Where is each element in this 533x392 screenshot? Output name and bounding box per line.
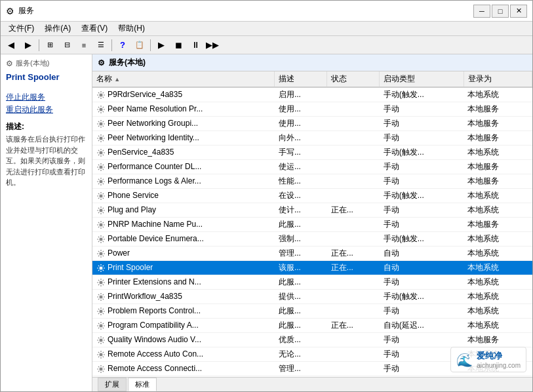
table-row[interactable]: Performance Counter DL...使运...手动本地服务 (92, 160, 532, 174)
view-large-button[interactable]: ⊞ (42, 38, 58, 52)
col-status[interactable]: 状态 (327, 71, 380, 87)
service-startup-cell: 手动(触发... (380, 146, 464, 160)
service-name-cell: Peer Networking Groupi... (92, 117, 275, 131)
table-row[interactable]: Plug and Play使计...正在...手动本地系统 (92, 203, 532, 218)
service-status-cell (327, 189, 380, 203)
service-login-cell: 本地系统 (464, 87, 532, 102)
table-row[interactable]: PNRP Machine Name Pu...此服...手动本地服务 (92, 218, 532, 232)
table-row[interactable]: Printer Extensions and N...此服...手动本地系统 (92, 275, 532, 290)
service-name-cell: Plug and Play (92, 203, 275, 218)
service-name-cell: Peer Name Resolution Pr... (92, 102, 275, 117)
panel-header-text: 服务(本地) (109, 57, 146, 68)
service-login-cell: 本地服务 (464, 102, 532, 117)
table-row[interactable]: Performance Logs & Aler...性能...手动本地服务 (92, 174, 532, 189)
svg-point-12 (100, 266, 103, 269)
maximize-button[interactable]: □ (492, 5, 509, 18)
stop-button[interactable]: ◼ (170, 38, 186, 52)
svg-point-6 (100, 180, 103, 183)
service-desc-cell: 性能... (275, 174, 327, 189)
tab-expand[interactable]: 扩展 (98, 378, 127, 391)
view-list-button[interactable]: ≡ (76, 38, 92, 52)
close-button[interactable]: ✕ (510, 5, 527, 18)
service-name-cell: Print Spooler (92, 261, 275, 275)
service-status-cell (327, 362, 380, 376)
view-small-button[interactable]: ⊟ (59, 38, 75, 52)
main-content: ⚙ 服务(本地) Print Spooler 停止此服务 重启动此服务 描述: … (1, 54, 532, 391)
service-name-cell: Problem Reports Control... (92, 304, 275, 319)
forward-button[interactable]: ▶ (20, 38, 36, 52)
service-name-cell: Remote Access Auto Con... (92, 347, 275, 362)
svg-point-17 (100, 338, 103, 342)
table-row[interactable]: Peer Networking Groupi...使用...手动本地服务 (92, 117, 532, 131)
svg-point-8 (100, 208, 103, 212)
service-startup-cell: 手动 (380, 160, 464, 174)
svg-point-11 (100, 252, 103, 255)
help-button[interactable]: ? (115, 38, 130, 52)
service-desc-cell: 使用... (275, 102, 327, 117)
service-name-cell: Phone Service (92, 189, 275, 203)
restart-service-link[interactable]: 重启动此服务 (3, 104, 89, 116)
service-name-cell: Quality Windows Audio V... (92, 333, 275, 347)
table-row[interactable]: PenService_4a835手写...手动(触发...本地系统 (92, 146, 532, 160)
back-button[interactable]: ◀ (3, 38, 19, 52)
table-row[interactable]: P9RdrService_4a835启用...手动(触发...本地系统 (92, 87, 532, 102)
right-panel: ⚙ 服务(本地) 名称 ▲ 描述 状态 启动类型 登录为 (92, 54, 532, 391)
table-row[interactable]: Power管理...正在...自动本地系统 (92, 246, 532, 261)
table-row[interactable]: PrintWorkflow_4a835提供...手动(触发...本地系统 (92, 290, 532, 304)
watermark-url: aichunjing.com (477, 362, 521, 369)
table-header-row: 名称 ▲ 描述 状态 启动类型 登录为 (92, 71, 532, 87)
svg-point-10 (100, 237, 103, 241)
service-startup-cell: 手动(触发... (380, 189, 464, 203)
col-desc[interactable]: 描述 (275, 71, 327, 87)
service-name-cell: Performance Counter DL... (92, 160, 275, 174)
service-name-cell: Remote Access Connecti... (92, 362, 275, 376)
table-row[interactable]: Problem Reports Control...此服...手动本地系统 (92, 304, 532, 319)
export-button[interactable]: 📋 (132, 38, 148, 52)
menu-action[interactable]: 操作(A) (39, 22, 76, 35)
service-name-cell: Performance Logs & Aler... (92, 174, 275, 189)
service-status-cell (327, 347, 380, 362)
sidebar-header-label: 服务(本地) (16, 58, 49, 68)
table-row[interactable]: Quality Windows Audio V...优质...手动本地服务 (92, 333, 532, 347)
tab-standard[interactable]: 标准 (128, 378, 157, 391)
table-row[interactable]: Peer Networking Identity...向外...手动本地服务 (92, 131, 532, 146)
table-row[interactable]: Portable Device Enumera...强制...手动(触发...本… (92, 232, 532, 246)
pause-button[interactable]: ⏸ (188, 38, 203, 52)
service-status-cell: 正在... (327, 203, 380, 218)
service-desc-cell: 优质... (275, 333, 327, 347)
svg-point-13 (100, 281, 103, 284)
service-desc-cell: 此服... (275, 218, 327, 232)
service-desc-cell: 使用... (275, 117, 327, 131)
view-detail-button[interactable]: ☰ (93, 38, 109, 52)
minimize-button[interactable]: ─ (473, 5, 490, 18)
table-row[interactable]: Print Spooler该服...正在...自动本地系统 (92, 261, 532, 275)
service-desc-cell: 使计... (275, 203, 327, 218)
toolbar: ◀ ▶ ⊞ ⊟ ≡ ☰ ? 📋 ▶ ◼ ⏸ ▶▶ (1, 36, 532, 54)
table-row[interactable]: Program Compatibility A...此服...正在...自动(延… (92, 319, 532, 333)
service-login-cell: 本地系统 (464, 246, 532, 261)
service-status-cell (327, 232, 380, 246)
stop-service-link[interactable]: 停止此服务 (3, 91, 89, 104)
services-table: 名称 ▲ 描述 状态 启动类型 登录为 P9RdrService_4a835启用… (92, 71, 532, 376)
table-row[interactable]: Phone Service在设...手动(触发...本地系统 (92, 189, 532, 203)
col-name[interactable]: 名称 ▲ (92, 71, 275, 87)
service-login-cell: 本地服务 (464, 117, 532, 131)
menu-help[interactable]: 帮助(H) (113, 22, 150, 35)
service-login-cell: 本地系统 (464, 261, 532, 275)
menu-file[interactable]: 文件(F) (3, 22, 39, 35)
services-table-container[interactable]: 名称 ▲ 描述 状态 启动类型 登录为 P9RdrService_4a835启用… (92, 71, 532, 377)
col-login[interactable]: 登录为 (464, 71, 532, 87)
service-desc-cell: 提供... (275, 290, 327, 304)
service-desc-cell: 启用... (275, 87, 327, 102)
table-row[interactable]: Peer Name Resolution Pr...使用...手动本地服务 (92, 102, 532, 117)
service-startup-cell: 手动(触发... (380, 290, 464, 304)
service-status-cell: 正在... (327, 246, 380, 261)
service-status-cell (327, 174, 380, 189)
col-startup[interactable]: 启动类型 (380, 71, 464, 87)
restart-button[interactable]: ▶▶ (205, 38, 220, 52)
service-startup-cell: 手动 (380, 117, 464, 131)
play-button[interactable]: ▶ (153, 38, 169, 52)
service-status-cell (327, 102, 380, 117)
menu-view[interactable]: 查看(V) (76, 22, 113, 35)
svg-point-2 (100, 122, 103, 125)
